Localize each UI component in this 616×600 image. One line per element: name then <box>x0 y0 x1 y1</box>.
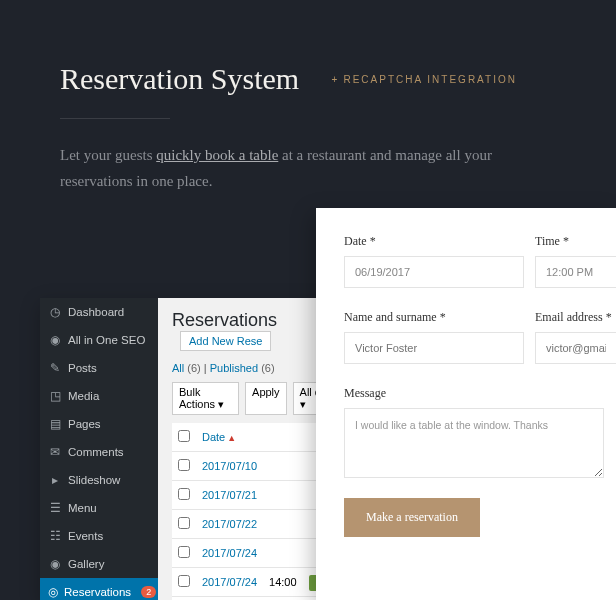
hero-title: Reservation System <box>60 62 299 96</box>
sidebar-item-slideshow[interactable]: ▸Slideshow <box>40 466 158 494</box>
sidebar-item-label: Comments <box>68 446 124 458</box>
select-all-checkbox[interactable] <box>178 430 190 442</box>
menu-icon: ☰ <box>48 501 62 515</box>
sidebar-item-posts[interactable]: ✎Posts <box>40 354 158 382</box>
submit-button[interactable]: Make a reservation <box>344 498 480 537</box>
sidebar-item-label: Dashboard <box>68 306 124 318</box>
time-label: Time * <box>535 234 616 249</box>
wp-content: Reservations Add New Rese All (6) | Publ… <box>158 298 330 600</box>
row-checkbox[interactable] <box>178 459 190 471</box>
sidebar-item-label: Posts <box>68 362 97 374</box>
email-label: Email address * <box>535 310 616 325</box>
col-date[interactable]: Date▲ <box>196 423 263 452</box>
sidebar-item-all-in-one-seo[interactable]: ◉All in One SEO <box>40 326 158 354</box>
apply-button[interactable]: Apply <box>245 382 287 415</box>
message-label: Message <box>344 386 604 401</box>
media-icon: ◳ <box>48 389 62 403</box>
reservations-icon: ◎ <box>48 585 58 599</box>
add-new-button[interactable]: Add New Rese <box>180 331 271 351</box>
filter-bar: All (6) | Published (6) <box>172 362 330 374</box>
sidebar-item-label: Events <box>68 530 103 542</box>
row-time <box>263 539 303 568</box>
sidebar-item-comments[interactable]: ✉Comments <box>40 438 158 466</box>
sidebar-item-label: Pages <box>68 418 101 430</box>
dashboard-icon: ◷ <box>48 305 62 319</box>
row-date-link[interactable]: 2017/07/24 <box>202 547 257 559</box>
name-input[interactable] <box>344 332 524 364</box>
comments-icon: ✉ <box>48 445 62 459</box>
filter-all[interactable]: All <box>172 362 184 374</box>
events-icon: ☷ <box>48 529 62 543</box>
posts-icon: ✎ <box>48 361 62 375</box>
wp-sidebar: ◷Dashboard◉All in One SEO✎Posts◳Media▤Pa… <box>40 298 158 600</box>
sidebar-item-events[interactable]: ☷Events <box>40 522 158 550</box>
sidebar-badge: 2 <box>141 586 156 598</box>
date-label: Date * <box>344 234 524 249</box>
seo-icon: ◉ <box>48 333 62 347</box>
email-input[interactable] <box>535 332 616 364</box>
name-label: Name and surname * <box>344 310 524 325</box>
row-checkbox[interactable] <box>178 488 190 500</box>
reservation-form: Date * Name and surname * Message I woul… <box>316 208 616 600</box>
recaptcha-badge: +RECAPTCHA INTEGRATION <box>332 74 517 85</box>
gallery-icon: ◉ <box>48 557 62 571</box>
sidebar-item-label: Reservations <box>64 586 131 598</box>
sidebar-item-label: Slideshow <box>68 474 120 486</box>
row-time <box>263 481 303 510</box>
sidebar-item-label: All in One SEO <box>68 334 145 346</box>
hero-subtitle: Let your guests quickly book a table at … <box>60 143 556 194</box>
row-date-link[interactable]: 2017/07/10 <box>202 460 257 472</box>
page-title: Reservations <box>172 310 277 331</box>
row-date-link[interactable]: 2017/07/21 <box>202 489 257 501</box>
time-input[interactable] <box>535 256 616 288</box>
date-input[interactable] <box>344 256 524 288</box>
sidebar-item-reservations[interactable]: ◎ Reservations 2 <box>40 578 158 600</box>
sidebar-item-label: Media <box>68 390 99 402</box>
sidebar-item-pages[interactable]: ▤Pages <box>40 410 158 438</box>
filter-published[interactable]: Published <box>210 362 258 374</box>
row-time: 16:00 <box>263 597 303 601</box>
decorative-dots <box>0 180 30 400</box>
sidebar-item-label: Gallery <box>68 558 104 570</box>
sidebar-item-menu[interactable]: ☰Menu <box>40 494 158 522</box>
sidebar-item-media[interactable]: ◳Media <box>40 382 158 410</box>
pages-icon: ▤ <box>48 417 62 431</box>
row-date-link[interactable]: 2017/07/22 <box>202 518 257 530</box>
row-date-link[interactable]: 2017/07/24 <box>202 576 257 588</box>
row-time <box>263 510 303 539</box>
hero-divider <box>60 118 170 119</box>
message-input[interactable]: I would like a table at the window. Than… <box>344 408 604 478</box>
row-time <box>263 452 303 481</box>
row-checkbox[interactable] <box>178 517 190 529</box>
wp-admin-panel: ◷Dashboard◉All in One SEO✎Posts◳Media▤Pa… <box>40 298 330 600</box>
row-checkbox[interactable] <box>178 546 190 558</box>
row-time: 14:00 <box>263 568 303 597</box>
sidebar-item-gallery[interactable]: ◉Gallery <box>40 550 158 578</box>
sort-asc-icon: ▲ <box>227 433 236 443</box>
bulk-actions-select[interactable]: Bulk Actions <box>172 382 239 415</box>
sidebar-item-dashboard[interactable]: ◷Dashboard <box>40 298 158 326</box>
sidebar-item-label: Menu <box>68 502 97 514</box>
row-checkbox[interactable] <box>178 575 190 587</box>
slideshow-icon: ▸ <box>48 473 62 487</box>
